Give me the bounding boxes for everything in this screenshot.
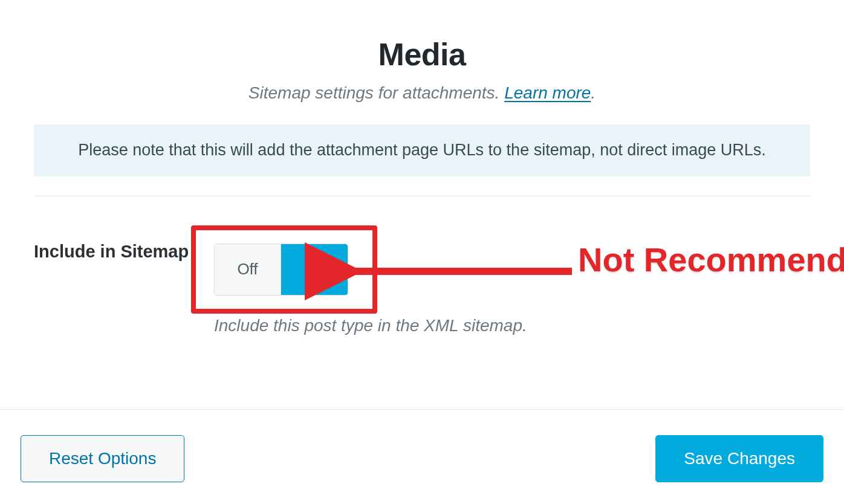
toggle-off-button[interactable]: Off bbox=[215, 244, 281, 295]
page-subtitle: Sitemap settings for attachments. Learn … bbox=[34, 83, 810, 103]
reset-options-button[interactable]: Reset Options bbox=[21, 435, 184, 482]
toggle-include-sitemap[interactable]: Off On bbox=[214, 244, 348, 296]
toggle-on-button[interactable]: On bbox=[281, 244, 348, 295]
annotation-arrow-icon bbox=[372, 258, 578, 294]
subtitle-prefix: Sitemap settings for attachments. bbox=[248, 83, 504, 102]
divider bbox=[34, 196, 810, 196]
save-changes-button[interactable]: Save Changes bbox=[655, 435, 823, 482]
annotation-text: Not Recommended bbox=[578, 240, 844, 279]
setting-help-text: Include this post type in the XML sitema… bbox=[214, 316, 810, 335]
learn-more-link[interactable]: Learn more bbox=[504, 83, 591, 102]
page-title: Media bbox=[34, 36, 810, 73]
subtitle-suffix: . bbox=[591, 83, 596, 102]
setting-row-include-sitemap: Include in Sitemap Off On Not Recommende… bbox=[34, 225, 810, 335]
footer-bar: Reset Options Save Changes bbox=[0, 409, 844, 504]
notice-box: Please note that this will add the attac… bbox=[34, 124, 810, 176]
setting-label: Include in Sitemap bbox=[34, 225, 191, 263]
